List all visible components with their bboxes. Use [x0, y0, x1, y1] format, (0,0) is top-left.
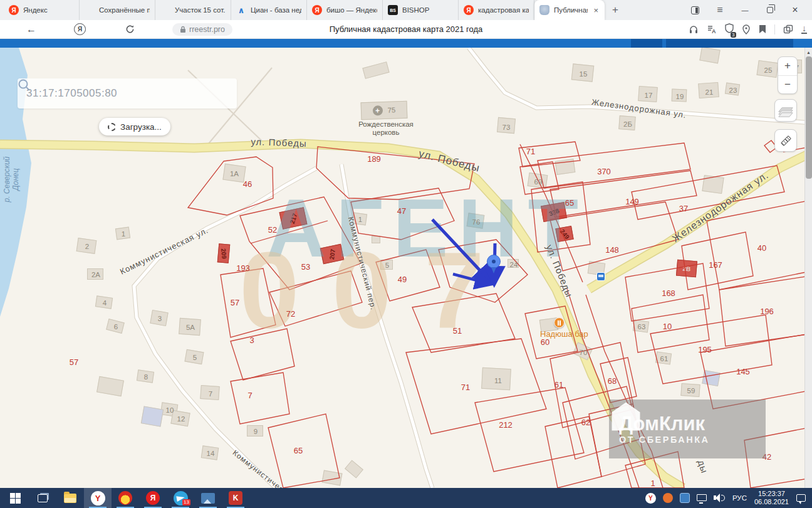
close-window-button[interactable]: × — [789, 4, 801, 16]
tab-title: Участок 15 сот. — [175, 6, 226, 14]
sidebar-panel-icon[interactable] — [689, 4, 700, 16]
home-button[interactable]: Я — [74, 23, 86, 35]
zoom-control: + − — [778, 56, 798, 94]
tray-orange-icon[interactable] — [663, 493, 673, 503]
parcel-number-label: 168 — [662, 288, 675, 298]
taskbar-app-ydisk[interactable] — [112, 488, 139, 508]
map-scrollbar[interactable]: ▲ — [804, 48, 812, 488]
browser-tab[interactable]: Сохранённые п — [80, 0, 155, 20]
cian-favicon: ∧ — [236, 5, 246, 15]
language-indicator[interactable]: РУС — [732, 494, 747, 502]
building-number-label: 14 — [207, 450, 215, 457]
address-bar[interactable]: rreestr.pro — [172, 23, 232, 36]
restore-button[interactable] — [764, 4, 776, 16]
tab-close-icon[interactable]: × — [592, 6, 600, 15]
tab-title: кадастровая ка — [478, 6, 529, 14]
browser-tab[interactable]: ЯЯндекс — [4, 0, 80, 20]
building — [702, 175, 724, 194]
tab-title: бишо — Яндекс — [326, 6, 377, 14]
url-text: rreestr.pro — [189, 25, 225, 34]
taskbar-app-kompas[interactable]: K — [222, 488, 249, 508]
building-number-label: 17 — [645, 92, 653, 99]
browser-menu-icon[interactable]: ≡ — [714, 4, 726, 16]
notifications-icon[interactable] — [796, 494, 806, 502]
back-button[interactable]: ← — [24, 22, 39, 37]
cadastral-map[interactable]: 2172072093382492В — [0, 48, 812, 488]
scroll-up-arrow[interactable]: ▲ — [805, 48, 812, 56]
minimize-button[interactable]: — — [739, 4, 751, 16]
building-number-label: 6 — [114, 323, 118, 331]
taskbar-app-ybrowser[interactable]: Y — [84, 488, 112, 508]
taskbar-app-explorer[interactable] — [56, 488, 84, 508]
tray-network-icon[interactable] — [697, 494, 707, 501]
taskbar-app-telegram[interactable]: 13 — [167, 488, 194, 508]
scrollbar-thumb[interactable] — [806, 56, 812, 179]
building-number-label: 9 — [254, 428, 258, 435]
tray-blueapp-icon[interactable] — [680, 493, 690, 503]
building-number-label: 2В — [682, 265, 691, 272]
tray-volume-icon[interactable] — [714, 494, 725, 502]
church-number: 75 — [387, 106, 395, 114]
parcel-number-label: 71 — [461, 383, 470, 392]
dots-favicon — [160, 5, 170, 15]
search-icon[interactable] — [18, 78, 31, 92]
parcel-number-label: 10 — [663, 322, 672, 331]
browser-tab[interactable]: Ябишо — Яндекс — [307, 0, 383, 20]
browser-tab[interactable]: BSBISHOP — [383, 0, 459, 20]
bookmark-icon[interactable] — [759, 24, 766, 34]
taskbar-app-yandex[interactable]: Я — [139, 488, 167, 508]
tab-title: Циан - база нед — [251, 6, 301, 14]
church-name-label: Рождественскаяцерковь — [355, 120, 417, 137]
start-icon — [10, 493, 21, 504]
taskbar-app-taskview[interactable] — [29, 488, 56, 508]
protect-shield-icon[interactable]: 3 — [725, 23, 734, 36]
building-number-label: 69 — [534, 178, 543, 186]
street-name-label: ул. Победы — [251, 136, 307, 149]
header-segment — [666, 39, 793, 48]
nav-right-icons: A 3 ↓ — [689, 23, 807, 36]
translate-icon[interactable]: A — [707, 24, 717, 34]
layers-button[interactable] — [774, 99, 797, 122]
system-tray: Y РУС 15:23:37 06.08.2021 — [645, 488, 812, 508]
parcel-number-label: 195 — [698, 345, 712, 354]
taskbar-app-start[interactable] — [1, 488, 29, 508]
tray-yandex-icon[interactable]: Y — [645, 493, 656, 504]
bus-stop-icon[interactable] — [596, 272, 605, 281]
site-header-strip — [0, 39, 812, 48]
reload-icon — [125, 24, 135, 34]
downloads-icon[interactable]: ↓ — [801, 24, 807, 34]
extensions-icon[interactable] — [783, 24, 793, 34]
parcel-number-label: 65 — [565, 198, 574, 208]
taskbar-apps: YЯ13K — [0, 488, 249, 508]
reload-button[interactable] — [122, 22, 137, 37]
zoom-in-button[interactable]: + — [778, 57, 797, 76]
page-title: Публичная кадастровая карта 2021 года — [330, 24, 483, 34]
parcel-number-label: 51 — [453, 326, 462, 336]
browser-tab[interactable]: Якадастровая ка — [459, 0, 534, 20]
search-input[interactable]: 31:17:1705005:80 — [26, 87, 228, 100]
building-number-label: 2Б — [623, 120, 632, 128]
measure-button[interactable] — [774, 129, 797, 152]
building-number-label: 2А — [91, 271, 100, 278]
browser-tab[interactable]: Публичная к× — [534, 0, 605, 20]
cadastral-search-box[interactable]: 31:17:1705005:80 — [18, 78, 237, 108]
church-building: + 75 — [361, 101, 408, 120]
new-tab-button[interactable]: + — [607, 2, 623, 18]
parcel-number-label: 167 — [709, 260, 722, 270]
tab-strip: ЯЯндексСохранённые пУчасток 15 сот.∧Циан… — [0, 0, 605, 20]
building-number-label: 10 — [166, 406, 174, 414]
loading-label: Загрузка... — [120, 122, 162, 132]
zoom-out-button[interactable]: − — [778, 76, 797, 94]
browser-tab[interactable]: ∧Циан - база нед — [231, 0, 307, 20]
taskbar-app-photos[interactable] — [194, 488, 222, 508]
browser-tab[interactable]: Участок 15 сот. — [155, 0, 231, 20]
parcel-number-label: 49 — [398, 275, 407, 284]
parcel-number-label: 148 — [605, 245, 619, 255]
spinner-icon — [108, 123, 116, 131]
poi-bar-icon — [554, 317, 565, 328]
domclick-subtitle: ОТ СБЕРБАНКА — [619, 435, 710, 445]
parcel-number-label: 65 — [294, 446, 303, 455]
clock[interactable]: 15:23:37 06.08.2021 — [754, 490, 789, 506]
headphones-icon[interactable] — [689, 24, 699, 34]
collections-pin-icon[interactable] — [742, 24, 751, 34]
